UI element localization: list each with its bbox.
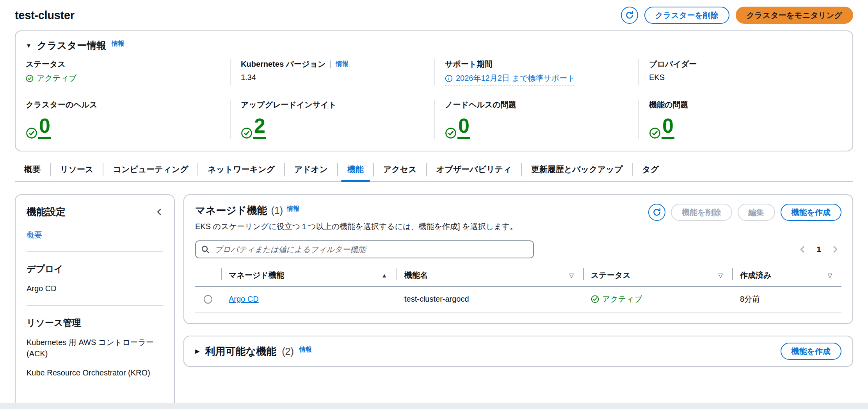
metric-label: クラスターのヘルス <box>26 100 222 110</box>
select-all-spacer <box>195 269 221 284</box>
tab-addons[interactable]: アドオン <box>285 162 337 181</box>
features-content: 機能設定 概要 デプロイ Argo CD リソース管理 Kubernetes 用… <box>15 194 853 409</box>
metric-number: 0 <box>662 116 674 139</box>
field-support-period: サポート期間 2026年12月2日 まで標準サポート <box>434 59 638 85</box>
tab-overview[interactable]: 概要 <box>15 162 50 181</box>
sidebar-divider <box>27 251 163 252</box>
sort-filter-icon[interactable]: ▽ <box>569 272 574 279</box>
cluster-info-info-link[interactable]: 情報 <box>112 40 124 48</box>
cluster-info-header[interactable]: ▼ クラスター情報 情報 <box>26 39 842 52</box>
row-radio-button[interactable] <box>204 295 212 304</box>
current-page-number[interactable]: 1 <box>816 245 821 254</box>
sidebar-divider <box>27 305 163 306</box>
upgrade-insights-link[interactable]: 2 <box>241 116 426 139</box>
sort-filter-icon[interactable]: ▽ <box>718 272 723 279</box>
available-features-title: 利用可能な機能 <box>205 345 277 358</box>
eks-cluster-page: test-cluster クラスターを削除 クラスターをモニタリング ▼ クラス… <box>0 0 868 409</box>
available-features-header[interactable]: ▶ 利用可能な機能 (2) 情報 <box>195 345 312 358</box>
tab-features[interactable]: 機能 <box>338 162 373 181</box>
sidebar-item-kro[interactable]: Kube Resource Orchestrator (KRO) <box>27 367 163 379</box>
search-wrap <box>195 240 534 258</box>
cluster-info-card: ▼ クラスター情報 情報 ステータス アクティブ Kubernetes バー <box>15 30 853 151</box>
metric-label: 機能の問題 <box>649 100 834 110</box>
metric-number: 2 <box>253 116 266 139</box>
check-circle-icon <box>445 127 457 139</box>
label-separator <box>330 60 331 68</box>
support-period-text: 2026年12月2日 まで標準サポート <box>456 73 575 84</box>
metric-label: アップグレードインサイト <box>241 100 426 110</box>
table-header-row: マネージド機能 ▲ 機能名 ▽ ステータス ▽ 作成済み <box>195 266 841 287</box>
page-title: test-cluster <box>15 9 75 22</box>
next-page-icon[interactable] <box>831 245 839 253</box>
managed-features-description: EKS のスケーリングに役立つ１つ以上の機能を選択するには、機能を作成] を選択… <box>195 221 518 232</box>
header-actions: クラスターを削除 クラスターをモニタリング <box>621 7 854 24</box>
field-label: サポート期間 <box>445 59 630 69</box>
info-circle-icon <box>445 75 453 82</box>
pagination: 1 <box>799 245 839 254</box>
managed-features-info-link[interactable]: 情報 <box>287 205 299 213</box>
tab-networking[interactable]: ネットワーキング <box>198 162 284 181</box>
refresh-features-button[interactable] <box>648 204 665 221</box>
check-circle-icon <box>26 75 34 82</box>
field-label: ステータス <box>26 59 222 69</box>
node-health-link[interactable]: 0 <box>445 116 630 139</box>
edit-feature-button[interactable]: 編集 <box>738 204 775 221</box>
field-provider: プロバイダー EKS <box>638 59 842 85</box>
tab-tags[interactable]: タグ <box>633 162 668 181</box>
column-label: 作成済み <box>740 270 771 281</box>
create-feature-button-2[interactable]: 機能を作成 <box>781 343 841 360</box>
managed-features-title: マネージド機能 <box>195 204 267 217</box>
filter-row: 1 <box>195 240 841 258</box>
cell-created: 8分前 <box>732 287 841 312</box>
search-icon <box>201 245 210 254</box>
provider-value: EKS <box>649 73 834 82</box>
feature-filter-input[interactable] <box>195 240 534 258</box>
support-period-link[interactable]: 2026年12月2日 まで標準サポート <box>445 73 575 85</box>
refresh-icon <box>653 208 661 217</box>
column-label: ステータス <box>591 270 631 281</box>
cluster-tabs: 概要 リソース コンピューティング ネットワーキング アドオン 機能 アクセス … <box>15 162 853 182</box>
sort-ascending-icon[interactable]: ▲ <box>381 272 387 279</box>
sort-filter-icon[interactable]: ▽ <box>827 272 832 279</box>
tab-compute[interactable]: コンピューティング <box>103 162 197 181</box>
create-feature-button[interactable]: 機能を作成 <box>781 204 841 221</box>
column-header-created[interactable]: 作成済み ▽ <box>732 266 841 286</box>
delete-feature-button[interactable]: 機能を削除 <box>671 204 732 221</box>
status-text: アクティブ <box>602 294 642 304</box>
sidebar-item-overview[interactable]: 概要 <box>27 230 163 240</box>
monitor-cluster-button[interactable]: クラスターをモニタリング <box>736 7 853 24</box>
sidebar-title: 機能設定 <box>27 205 66 218</box>
cluster-info-fields: ステータス アクティブ Kubernetes バージョン 情報 1.34 <box>26 59 842 85</box>
page-header: test-cluster クラスターを削除 クラスターをモニタリング <box>15 5 853 25</box>
cell-status: アクティブ <box>583 287 732 312</box>
available-features-count: (2) <box>282 346 294 357</box>
feature-issues-link[interactable]: 0 <box>649 116 834 139</box>
sidebar-section-resource-mgmt: リソース管理 <box>27 317 163 329</box>
refresh-button[interactable] <box>621 7 638 24</box>
available-features-info-link[interactable]: 情報 <box>299 346 312 354</box>
column-header-managed-feature[interactable]: マネージド機能 ▲ <box>221 266 397 286</box>
expand-triangle-icon[interactable]: ▶ <box>195 348 200 355</box>
cell-feature-name: test-cluster-argocd <box>397 288 583 311</box>
column-header-feature-name[interactable]: 機能名 ▽ <box>397 266 583 286</box>
field-label: プロバイダー <box>649 59 834 69</box>
argocd-feature-link[interactable]: Argo CD <box>229 295 259 304</box>
chevron-left-icon[interactable] <box>155 208 163 216</box>
sidebar-item-argocd[interactable]: Argo CD <box>27 283 163 294</box>
row-select-cell <box>195 288 221 311</box>
tab-observability[interactable]: オブザーバビリティ <box>427 162 521 181</box>
field-value-status: アクティブ <box>26 73 222 84</box>
column-header-status[interactable]: ステータス ▽ <box>583 266 732 286</box>
cluster-health-link[interactable]: 0 <box>26 116 222 139</box>
support-period-value: 2026年12月2日 まで標準サポート <box>445 73 630 85</box>
k8s-version-label: Kubernetes バージョン <box>241 59 326 69</box>
tab-resources[interactable]: リソース <box>51 162 103 181</box>
tab-access[interactable]: アクセス <box>374 162 426 181</box>
tab-update-history[interactable]: 更新履歴とバックアップ <box>522 162 632 181</box>
managed-features-table: マネージド機能 ▲ 機能名 ▽ ステータス ▽ 作成済み <box>195 266 841 313</box>
metric-upgrade-insights: アップグレードインサイト 2 <box>230 100 434 139</box>
previous-page-icon[interactable] <box>799 245 806 253</box>
k8s-info-link[interactable]: 情報 <box>336 60 348 68</box>
delete-cluster-button[interactable]: クラスターを削除 <box>644 7 729 24</box>
sidebar-item-ack[interactable]: Kubernetes 用 AWS コントローラー (ACK) <box>27 337 163 359</box>
